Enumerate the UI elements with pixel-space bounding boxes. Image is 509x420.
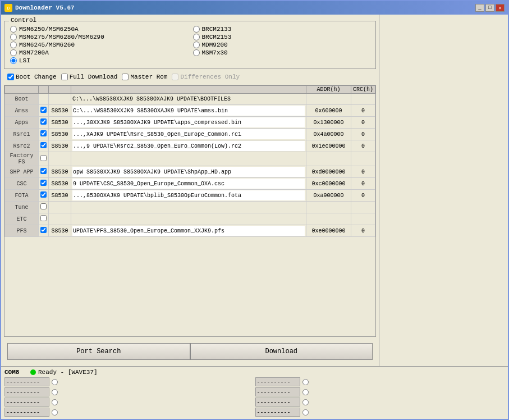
col-header-label: [5, 86, 39, 94]
row-checkbox-4[interactable]: [40, 142, 47, 148]
row-label-10: ETC: [5, 213, 39, 225]
row-path-input-4[interactable]: [72, 141, 305, 151]
port-field-2[interactable]: [4, 398, 49, 407]
full-download-input[interactable]: [61, 74, 68, 80]
full-download-label: Full Download: [70, 74, 118, 80]
port-radio-5[interactable]: [302, 389, 309, 395]
row-addr-3: 0x4a00000: [306, 129, 351, 140]
row-path-input-11[interactable]: [72, 226, 305, 236]
boot-change-checkbox[interactable]: Boot Change: [7, 74, 57, 80]
row-path-0[interactable]: C:\...\WS8530XXJK9 S8530OXAJK9 UPDATE\BO…: [71, 94, 306, 105]
row-checkbox-9[interactable]: [40, 203, 47, 209]
table-row: AmssS85300x6000000: [5, 105, 375, 117]
port-radio-2[interactable]: [52, 399, 58, 405]
radio-input-msm6275[interactable]: [10, 34, 17, 40]
port-radio-1[interactable]: [52, 389, 58, 395]
radio-input-brcm2133[interactable]: [193, 26, 200, 33]
port-radio-7[interactable]: [302, 409, 309, 416]
row-path-10[interactable]: [71, 213, 306, 225]
radio-msm6245[interactable]: MSM6245/MSM6260: [10, 42, 187, 48]
port-radio-4[interactable]: [302, 379, 309, 385]
port-field-6[interactable]: [255, 398, 300, 407]
row-check-cell-11: [39, 225, 49, 237]
row-crc-10: [351, 213, 375, 225]
radio-msm7x30[interactable]: MSM7x30: [193, 49, 370, 56]
row-path-7[interactable]: [71, 178, 306, 190]
row-checkbox-2[interactable]: [40, 118, 47, 125]
table-row: FOTAS85300xa9000000: [5, 190, 375, 202]
close-button[interactable]: ✕: [496, 4, 505, 12]
row-path-input-7[interactable]: [72, 179, 305, 189]
row-path-9[interactable]: [71, 202, 306, 213]
radio-brcm2133[interactable]: BRCM2133: [193, 26, 370, 33]
radio-input-lsi[interactable]: [10, 57, 17, 64]
radio-input-mdm9200[interactable]: [193, 42, 200, 48]
row-path-input-10[interactable]: [72, 214, 305, 224]
port-entry-0: [4, 377, 254, 386]
row-path-5[interactable]: [71, 152, 306, 166]
port-search-button[interactable]: Port Search: [7, 343, 190, 360]
master-rom-checkbox[interactable]: Master Rom: [122, 74, 167, 80]
row-checkbox-5[interactable]: [40, 155, 47, 161]
radio-msm6250[interactable]: MSM6250/MSM6250A: [10, 26, 187, 33]
port-field-4[interactable]: [255, 377, 300, 386]
port-field-5[interactable]: [255, 387, 300, 396]
radio-brcm2153[interactable]: BRCM2153: [193, 34, 370, 40]
row-version-2: S8530: [49, 117, 71, 129]
row-checkbox-11[interactable]: [40, 227, 47, 233]
radio-lsi[interactable]: LSI: [10, 57, 187, 64]
port-radio-0[interactable]: [52, 379, 58, 385]
port-entry-3: [4, 408, 254, 417]
port-field-1[interactable]: [4, 387, 49, 396]
table-row: Tune: [5, 202, 375, 213]
radio-input-msm6245[interactable]: [10, 42, 17, 48]
radio-msm6275[interactable]: MSM6275/MSM6280/MSM6290: [10, 34, 187, 40]
boot-change-input[interactable]: [7, 74, 14, 80]
row-path-2[interactable]: [71, 117, 306, 129]
row-path-input-9[interactable]: [72, 202, 305, 212]
maximize-button[interactable]: □: [485, 4, 494, 12]
row-label-3: Rsrc1: [5, 129, 39, 140]
row-path-4[interactable]: [71, 140, 306, 152]
radio-input-msm7200a[interactable]: [10, 49, 17, 56]
row-checkbox-3[interactable]: [40, 130, 47, 136]
row-path-1[interactable]: [71, 105, 306, 117]
minimize-button[interactable]: _: [475, 4, 484, 12]
row-path-input-2[interactable]: [72, 117, 305, 127]
row-path-8[interactable]: [71, 190, 306, 202]
row-path-input-5[interactable]: [72, 154, 305, 164]
port-field-3[interactable]: [4, 408, 49, 417]
row-checkbox-6[interactable]: [40, 168, 47, 174]
row-path-11[interactable]: [71, 225, 306, 237]
full-download-checkbox[interactable]: Full Download: [61, 74, 118, 80]
radio-label-msm7200a: MSM7200A: [19, 49, 49, 56]
radio-mdm9200[interactable]: MDM9200: [193, 42, 370, 48]
row-checkbox-1[interactable]: [40, 107, 47, 113]
com-indicator: [30, 369, 36, 375]
radio-input-msm7x30[interactable]: [193, 49, 200, 56]
button-bar: Port Search Download: [4, 340, 376, 363]
row-path-input-3[interactable]: [72, 129, 305, 139]
master-rom-input[interactable]: [122, 74, 129, 80]
row-path-3[interactable]: [71, 129, 306, 140]
port-field-0[interactable]: [4, 377, 49, 386]
row-crc-9: [351, 202, 375, 213]
row-path-6[interactable]: [71, 166, 306, 178]
com-label: COM8: [4, 369, 27, 376]
row-path-input-1[interactable]: [72, 106, 305, 116]
radio-input-brcm2153[interactable]: [193, 34, 200, 40]
row-checkbox-10[interactable]: [40, 215, 47, 221]
radio-input-msm6250[interactable]: [10, 26, 17, 33]
port-field-7[interactable]: [255, 408, 300, 417]
port-radio-6[interactable]: [302, 399, 309, 405]
row-path-input-6[interactable]: [72, 167, 305, 177]
differences-only-checkbox[interactable]: Differences Only: [172, 74, 240, 80]
row-checkbox-7[interactable]: [40, 180, 47, 186]
row-label-2: Apps: [5, 117, 39, 129]
download-button[interactable]: Download: [190, 343, 373, 360]
row-path-input-8[interactable]: [72, 190, 305, 200]
radio-msm7200a[interactable]: MSM7200A: [10, 49, 187, 56]
port-radio-3[interactable]: [52, 409, 58, 416]
row-checkbox-8[interactable]: [40, 191, 47, 198]
radio-label-brcm2153: BRCM2153: [202, 34, 232, 40]
